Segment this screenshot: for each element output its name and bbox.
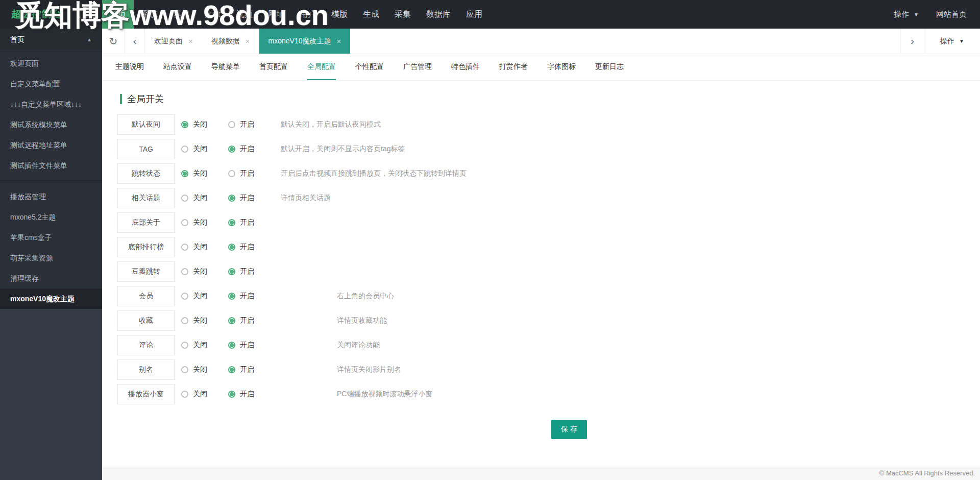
subtab-2[interactable]: 导航菜单 — [211, 54, 240, 80]
tab-1[interactable]: 视频数据× — [202, 29, 259, 54]
subtab-1[interactable]: 站点设置 — [163, 54, 192, 80]
nav-item-2[interactable]: 基础 — [165, 0, 197, 29]
sidebar-item-0-5[interactable]: 测试插件文件菜单 — [0, 155, 102, 176]
radio-icon — [228, 146, 235, 153]
close-icon[interactable]: × — [188, 37, 193, 45]
radio-on[interactable]: 开启 — [228, 218, 275, 227]
sidebar-item-1-1[interactable]: mxone5.2主题 — [0, 207, 102, 227]
radio-icon — [181, 391, 188, 398]
sidebar-item-1-4[interactable]: 清理缓存 — [0, 268, 102, 289]
subtab-8[interactable]: 打赏作者 — [499, 54, 528, 80]
radio-on[interactable]: 开启 — [228, 120, 275, 129]
sidebar-item-0-3[interactable]: 测试系统模块菜单 — [0, 114, 102, 135]
radio-on[interactable]: 开启 — [228, 194, 275, 203]
radio-on[interactable]: 开启 — [228, 390, 275, 399]
subtab-6[interactable]: 广告管理 — [403, 54, 432, 80]
nav-item-4[interactable]: 视频 — [229, 0, 260, 29]
save-button[interactable]: 保 存 — [551, 420, 587, 439]
radio-icon — [181, 195, 188, 202]
radio-on[interactable]: 开启 — [228, 292, 275, 301]
row-hint: 默认关闭，开启后默认夜间模式 — [281, 120, 381, 129]
subtab-0[interactable]: 主题说明 — [115, 54, 144, 80]
sidebar: 首页 ▲ 欢迎页面自定义菜单配置↓↓↓自定义菜单区域↓↓↓测试系统模块菜单测试远… — [0, 29, 102, 480]
radio-icon — [181, 170, 188, 177]
radio-off[interactable]: 关闭 — [181, 341, 228, 350]
radio-off[interactable]: 关闭 — [181, 194, 228, 203]
sidebar-item-0-2[interactable]: ↓↓↓自定义菜单区域↓↓↓ — [0, 94, 102, 114]
switch-row-1: TAG关闭开启默认开启，关闭则不显示内容页tag标签 — [117, 137, 980, 161]
radio-on[interactable]: 开启 — [228, 365, 275, 374]
subtab-bar: 主题说明站点设置导航菜单首页配置全局配置个性配置广告管理特色插件打赏作者字体图标… — [102, 54, 980, 81]
radio-off[interactable]: 关闭 — [181, 267, 228, 276]
nav-item-3[interactable]: 文章 — [197, 0, 229, 29]
radio-off[interactable]: 关闭 — [181, 218, 228, 227]
row-label: 评论 — [117, 335, 175, 355]
nav-item-8[interactable]: 生成 — [355, 0, 387, 29]
subtab-7[interactable]: 特色插件 — [451, 54, 480, 80]
row-label: 底部关于 — [117, 212, 175, 233]
sidebar-item-1-3[interactable]: 萌芽采集资源 — [0, 248, 102, 268]
sidebar-header[interactable]: 首页 ▲ — [0, 29, 102, 51]
radio-off[interactable]: 关闭 — [181, 390, 228, 399]
radio-label: 关闭 — [193, 267, 207, 276]
radio-on[interactable]: 开启 — [228, 145, 275, 154]
row-label: 别名 — [117, 359, 175, 380]
tab-2[interactable]: mxoneV10魔改主题× — [259, 29, 351, 54]
sidebar-item-0-4[interactable]: 测试远程地址菜单 — [0, 135, 102, 155]
nav-item-1[interactable]: 系统 — [134, 0, 165, 29]
radio-off[interactable]: 关闭 — [181, 169, 228, 178]
nav-item-5[interactable]: 网址 — [260, 0, 292, 29]
radio-on[interactable]: 开启 — [228, 243, 275, 252]
sidebar-collapse-icon[interactable]: … — [78, 9, 89, 19]
subtab-5[interactable]: 个性配置 — [355, 54, 384, 80]
sidebar-item-1-5[interactable]: mxoneV10魔改主题 — [0, 289, 102, 309]
radio-off[interactable]: 关闭 — [181, 292, 228, 301]
radio-off[interactable]: 关闭 — [181, 365, 228, 374]
site-home-link[interactable]: 网站首页 — [936, 10, 967, 19]
radio-on[interactable]: 开启 — [228, 316, 275, 325]
nav-item-9[interactable]: 采集 — [387, 0, 419, 29]
radio-icon — [181, 244, 188, 251]
row-label: 跳转状态 — [117, 163, 175, 184]
nav-item-10[interactable]: 数据库 — [419, 0, 458, 29]
refresh-button[interactable]: ↻ — [102, 29, 125, 54]
row-label: 豆瓣跳转 — [117, 261, 175, 282]
sidebar-item-1-2[interactable]: 苹果cms盒子 — [0, 227, 102, 248]
radio-label: 关闭 — [193, 292, 207, 301]
sidebar-item-1-0[interactable]: 播放器管理 — [0, 186, 102, 207]
radio-on[interactable]: 开启 — [228, 341, 275, 350]
switch-row-5: 底部排行榜关闭开启 — [117, 235, 980, 259]
tabs-scroll-right-button[interactable]: › — [900, 29, 924, 54]
radio-on[interactable]: 开启 — [228, 169, 275, 178]
tab-action-dropdown[interactable]: 操作 ▼ — [924, 29, 980, 54]
tabs-scroll-left-button[interactable]: ‹ — [125, 29, 145, 54]
topbar-action-dropdown[interactable]: 操作 ▼ — [894, 10, 919, 19]
radio-off[interactable]: 关闭 — [181, 316, 228, 325]
subtab-10[interactable]: 更新日志 — [595, 54, 624, 80]
radio-off[interactable]: 关闭 — [181, 243, 228, 252]
radio-on[interactable]: 开启 — [228, 267, 275, 276]
tab-0[interactable]: 欢迎页面× — [145, 29, 202, 54]
sidebar-groups: 欢迎页面自定义菜单配置↓↓↓自定义菜单区域↓↓↓测试系统模块菜单测试远程地址菜单… — [0, 51, 102, 309]
subtab-9[interactable]: 字体图标 — [547, 54, 576, 80]
radio-label: 关闭 — [193, 365, 207, 374]
nav-item-0[interactable]: 首页 — [102, 0, 134, 29]
body-wrap: 首页 ▲ 欢迎页面自定义菜单配置↓↓↓自定义菜单区域↓↓↓测试系统模块菜单测试远… — [0, 29, 980, 480]
radio-off[interactable]: 关闭 — [181, 145, 228, 154]
row-hint: 开启后点击视频直接跳到播放页，关闭状态下跳转到详情页 — [281, 169, 467, 178]
sidebar-item-0-0[interactable]: 欢迎页面 — [0, 53, 102, 74]
radio-label: 开启 — [240, 267, 254, 276]
subtab-4[interactable]: 全局配置 — [307, 54, 336, 80]
radio-off[interactable]: 关闭 — [181, 120, 228, 129]
chevron-right-icon: › — [911, 35, 914, 47]
sidebar-item-0-1[interactable]: 自定义菜单配置 — [0, 74, 102, 94]
radio-label: 关闭 — [193, 194, 207, 203]
row-hint: 详情页收藏功能 — [337, 316, 387, 325]
nav-item-7[interactable]: 模版 — [324, 0, 355, 29]
close-icon[interactable]: × — [336, 37, 341, 45]
subtab-3[interactable]: 首页配置 — [259, 54, 288, 80]
nav-item-11[interactable]: 应用 — [458, 0, 490, 29]
radio-label: 关闭 — [193, 316, 207, 325]
nav-item-6[interactable]: 用户 — [292, 0, 324, 29]
close-icon[interactable]: × — [246, 37, 250, 45]
